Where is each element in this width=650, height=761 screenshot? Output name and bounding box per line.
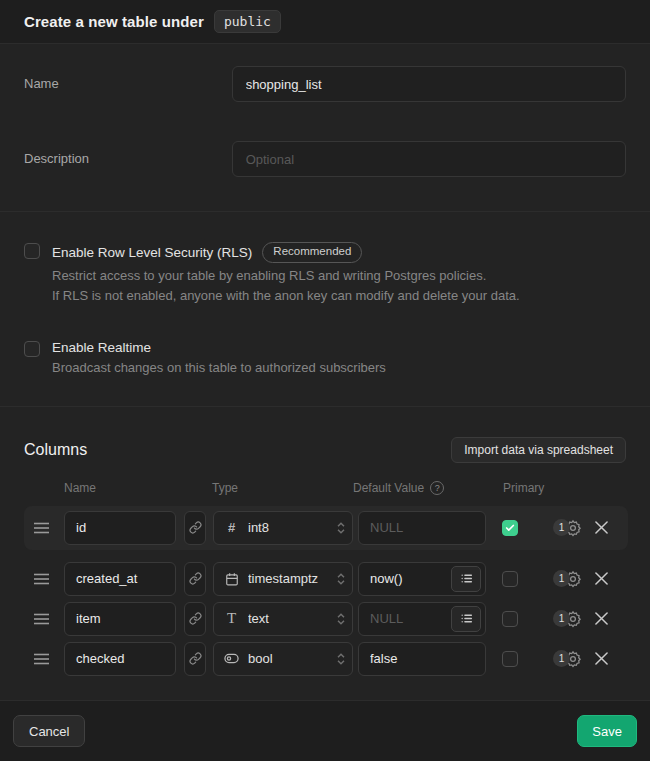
- column-default-input: [358, 511, 486, 545]
- default-value-field[interactable]: [370, 651, 481, 666]
- hash-icon: #: [224, 520, 239, 535]
- schema-badge: public: [214, 10, 281, 33]
- realtime-checkbox[interactable]: [24, 341, 40, 357]
- column-name-input[interactable]: [64, 642, 176, 676]
- column-settings-button[interactable]: 1: [553, 519, 582, 537]
- realtime-description: Broadcast changes on this table to autho…: [52, 358, 386, 378]
- column-default-input: [358, 602, 486, 636]
- table-description-input[interactable]: [232, 141, 626, 177]
- foreign-key-link-icon[interactable]: [184, 602, 206, 636]
- column-name-input[interactable]: [64, 602, 176, 636]
- default-suggestions-icon[interactable]: [451, 566, 481, 592]
- foreign-key-link-icon[interactable]: [184, 642, 206, 676]
- columns-table-header: Name Type Default Value ? Primary: [24, 481, 626, 495]
- default-value-field[interactable]: [370, 571, 451, 586]
- column-default-input: [358, 642, 486, 676]
- rls-label: Enable Row Level Security (RLS): [52, 245, 252, 260]
- table-info-section: Name Description: [0, 44, 650, 212]
- panel-footer: Cancel Save: [0, 700, 650, 761]
- realtime-label: Enable Realtime: [52, 340, 151, 355]
- header-default-value: Default Value: [353, 481, 424, 495]
- table-name-input[interactable]: [232, 66, 626, 102]
- default-suggestions-icon[interactable]: [451, 606, 481, 632]
- column-row-item: T text 1: [24, 602, 628, 636]
- column-name-input[interactable]: [64, 562, 176, 596]
- default-value-field[interactable]: [370, 520, 481, 535]
- column-name-input[interactable]: [64, 511, 176, 545]
- drag-handle-icon[interactable]: [24, 522, 64, 534]
- header-type: Type: [212, 481, 353, 495]
- remove-column-icon[interactable]: [595, 652, 608, 665]
- chevron-updown-icon: [336, 521, 346, 535]
- column-type-select[interactable]: T text: [213, 602, 353, 636]
- recommended-badge: Recommended: [262, 242, 362, 263]
- primary-key-checkbox[interactable]: [502, 651, 518, 667]
- remove-column-icon[interactable]: [595, 572, 608, 585]
- column-settings-button[interactable]: 1: [553, 570, 582, 588]
- column-type-select[interactable]: timestamptz: [213, 562, 353, 596]
- rls-description: Restrict access to your table by enablin…: [52, 266, 520, 306]
- name-label: Name: [24, 66, 232, 91]
- column-settings-button[interactable]: 1: [553, 650, 582, 668]
- drag-handle-icon[interactable]: [24, 573, 64, 585]
- description-field-row: Description: [24, 141, 626, 177]
- column-settings-button[interactable]: 1: [553, 610, 582, 628]
- column-type-select[interactable]: # int8: [213, 511, 353, 545]
- columns-heading: Columns: [24, 441, 87, 459]
- rls-block: Enable Row Level Security (RLS) Recommen…: [24, 242, 626, 306]
- calendar-icon: [224, 572, 239, 586]
- foreign-key-link-icon[interactable]: [184, 562, 206, 596]
- column-row-created-at: timestamptz 1: [24, 562, 628, 596]
- default-value-field[interactable]: [370, 611, 451, 626]
- chevron-updown-icon: [336, 652, 346, 666]
- primary-key-checkbox[interactable]: [502, 571, 518, 587]
- create-table-panel: Create a new table under public Name Des…: [0, 0, 650, 761]
- drag-handle-icon[interactable]: [24, 613, 64, 625]
- description-label: Description: [24, 141, 232, 166]
- panel-title: Create a new table under: [24, 13, 204, 30]
- name-field-row: Name: [24, 66, 626, 102]
- chevron-updown-icon: [336, 572, 346, 586]
- column-row-checked: bool 1: [24, 642, 628, 676]
- header-primary: Primary: [503, 481, 544, 495]
- column-default-input: [358, 562, 486, 596]
- save-button[interactable]: Save: [577, 715, 637, 747]
- check-icon: [505, 523, 515, 533]
- panel-header: Create a new table under public: [0, 0, 650, 44]
- text-type-icon: T: [224, 610, 239, 627]
- column-type-select[interactable]: bool: [213, 642, 353, 676]
- import-spreadsheet-button[interactable]: Import data via spreadsheet: [451, 437, 626, 463]
- foreign-key-link-icon[interactable]: [184, 511, 206, 545]
- column-row-id: # int8 1: [24, 506, 628, 550]
- chevron-updown-icon: [336, 612, 346, 626]
- rls-checkbox[interactable]: [24, 243, 40, 259]
- cancel-button[interactable]: Cancel: [13, 715, 85, 747]
- help-icon[interactable]: ?: [430, 481, 444, 495]
- toggle-icon: [224, 653, 239, 664]
- table-options-section: Enable Row Level Security (RLS) Recommen…: [0, 212, 650, 407]
- primary-key-checkbox[interactable]: [502, 611, 518, 627]
- remove-column-icon[interactable]: [595, 521, 608, 534]
- header-name: Name: [64, 481, 212, 495]
- primary-key-checkbox[interactable]: [502, 520, 518, 536]
- remove-column-icon[interactable]: [595, 612, 608, 625]
- realtime-block: Enable Realtime Broadcast changes on thi…: [24, 340, 626, 378]
- drag-handle-icon[interactable]: [24, 653, 64, 665]
- columns-section: Columns Import data via spreadsheet Name…: [0, 407, 650, 700]
